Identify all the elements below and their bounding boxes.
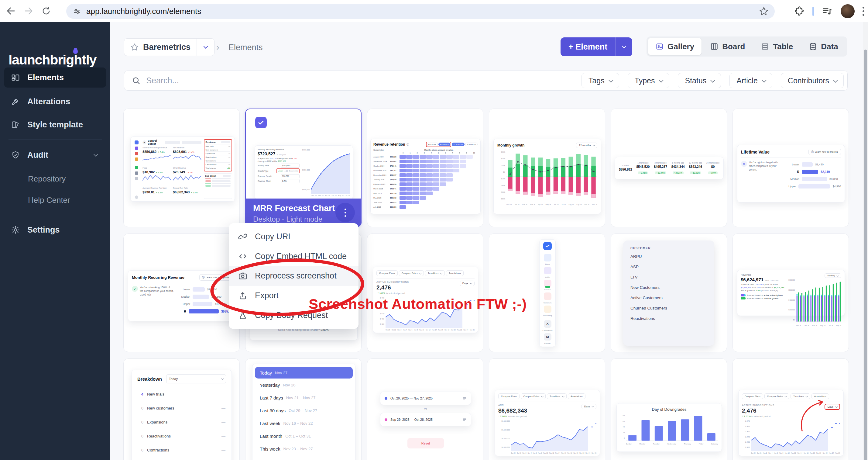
element-card-breakdown[interactable]: Breakdown Today 4New trials 0New custome… — [123, 358, 240, 460]
tab-data[interactable]: Data — [802, 38, 845, 55]
growth-range-select[interactable]: 12 months — [576, 143, 597, 148]
primary-range-pill[interactable]: Oct 29, 2025 — Nov 27, 2025 — [380, 392, 471, 405]
extensions-icon[interactable] — [794, 6, 805, 17]
sidebar-item-repository[interactable]: Repository — [28, 174, 66, 184]
element-card-active-subscriptions-annotated[interactable]: Compare Plans Compare Dates Trendlines A… — [733, 358, 849, 460]
secondary-range-pill[interactable]: Sep 29, 2025 — Oct 28, 2025 — [380, 413, 471, 426]
new-element-dropdown[interactable] — [615, 37, 632, 56]
page-scrollbar[interactable] — [863, 22, 868, 460]
browser-reload-button[interactable] — [39, 4, 53, 18]
date-option-today[interactable]: TodayNov 27 — [255, 367, 353, 378]
bookmark-star-icon[interactable] — [759, 6, 769, 16]
element-card-lifetime-value[interactable]: Lifetime Value ⓘLearn how to improve ⚖ Y… — [733, 109, 849, 227]
retention-range[interactable]: 24 MONTHS — [465, 143, 477, 146]
breakdown-row[interactable]: 0Contractions— — [135, 443, 228, 457]
browser-menu-icon[interactable] — [863, 7, 864, 16]
compare-plans-button[interactable]: Compare Plans — [498, 394, 520, 399]
element-card-day-of-downgrades[interactable]: Day of Downgrades 806040200 SundayMonday… — [611, 358, 727, 460]
date-option[interactable]: Last 7 daysNov 21 – Nov 27 — [255, 391, 353, 404]
nav-tile-customers[interactable] — [544, 292, 551, 300]
tab-table[interactable]: Table — [753, 38, 800, 55]
element-card-date-picker[interactable]: TodayNov 27 YesterdayNov 26 Last 7 daysN… — [245, 358, 362, 460]
element-card-compare-dates[interactable]: Oct 29, 2025 — Nov 27, 2025 vs Sep 29, 2… — [367, 358, 484, 460]
retention-toggle[interactable]: RELATIVE — [427, 143, 438, 146]
browser-back-button[interactable] — [4, 4, 18, 18]
sidebar-item-settings[interactable]: Settings — [4, 220, 106, 240]
element-card-control-center[interactable]: R Control Center Monthly Recurring Reven… — [123, 109, 240, 227]
filter-pill[interactable]: Status — [678, 73, 721, 88]
sidebar-item-elements[interactable]: Elements — [4, 67, 106, 88]
customer-menu-item[interactable]: Reactivations — [630, 316, 707, 321]
date-option[interactable]: Last 30 daysOct 29 – Nov 27 — [255, 404, 353, 417]
menu-item-copy-embed[interactable]: Copy Embed HTML code — [229, 247, 359, 266]
date-option[interactable]: Last monthOct 1 – Oct 31 — [255, 430, 353, 442]
nav-tile-forecasting[interactable] — [544, 306, 551, 313]
nav-tile-metrics[interactable] — [544, 267, 551, 274]
breakdown-row[interactable]: 0New customers— — [135, 401, 228, 415]
element-card-arr[interactable]: Compare Plans Compare Dates Trendlines A… — [489, 358, 605, 460]
sidebar-item-style-template[interactable]: Style template — [4, 115, 106, 135]
nav-tile-revenue[interactable] — [544, 280, 551, 287]
customer-menu-item[interactable]: LTV — [630, 275, 707, 279]
customer-menu-item[interactable]: ASP — [630, 264, 707, 269]
breakdown-row[interactable]: 0Reactivations— — [135, 429, 228, 443]
annotations-button[interactable]: Annotations — [446, 270, 464, 276]
filter-pill[interactable]: Tags — [582, 73, 619, 88]
date-option[interactable]: This weekNov 23 – Nov 27 — [255, 442, 353, 455]
filter-pill[interactable]: Types — [628, 73, 670, 88]
filter-pill[interactable]: Article — [730, 73, 772, 88]
compare-plans-button[interactable]: Compare Plans — [742, 394, 763, 399]
tab-board[interactable]: Board — [703, 38, 752, 55]
workspace-switcher[interactable]: Baremetrics — [124, 38, 215, 56]
breakdown-row[interactable]: 0Cancellations— — [135, 457, 228, 460]
days-select[interactable]: Days — [460, 281, 474, 286]
new-element-button[interactable]: + Element — [561, 37, 632, 56]
tab-gallery[interactable]: Gallery — [648, 38, 702, 55]
sidebar-item-alterations[interactable]: Alterations — [4, 91, 106, 112]
customer-menu-item[interactable]: Churned Customers — [630, 306, 707, 310]
trendlines-button[interactable]: Trendlines — [425, 270, 445, 276]
card-checkbox[interactable] — [255, 117, 267, 128]
breakdown-row[interactable]: 0Expansions— — [135, 415, 228, 429]
element-card-monthly-growth[interactable]: Monthly growth 12 months $60k$40k$20k$0-… — [489, 109, 605, 227]
media-controls-icon[interactable] — [822, 6, 833, 17]
element-card-active-subscriptions[interactable]: Compare Plans Compare Dates Trendlines A… — [367, 233, 484, 352]
sidebar-item-help-center[interactable]: Help Center — [28, 196, 70, 205]
trendlines-button[interactable]: Trendlines — [547, 394, 567, 399]
retention-range[interactable]: 12 MONTHS — [452, 143, 464, 146]
element-card-mrr-history[interactable]: Current$556,862 1 month ago$543,520+ 2.4… — [611, 109, 727, 227]
annotations-button[interactable]: Annotations — [568, 394, 585, 399]
scrollbar-thumb[interactable] — [864, 50, 867, 460]
menu-item-copy-url[interactable]: Copy URL — [229, 227, 359, 247]
reset-button[interactable]: Reset — [407, 438, 444, 449]
breakdown-period-select[interactable]: Today — [166, 374, 226, 383]
customer-menu-item[interactable]: Active Customers — [630, 295, 707, 300]
element-card-revenue-forecast[interactable]: Revenue $6,624,971 Next 12 months “Over … — [733, 233, 849, 352]
breakdown-row[interactable]: 4New trials — [135, 387, 228, 401]
customer-menu-item[interactable]: ARPU — [630, 254, 707, 259]
retention-toggle[interactable]: ABSOLUTE — [438, 143, 450, 146]
menu-item-reprocess-screenshot[interactable]: Reprocess screenshot — [229, 266, 359, 286]
card-more-button[interactable] — [335, 203, 355, 222]
compare-plans-button[interactable]: Compare Plans — [376, 270, 398, 276]
compare-dates-button[interactable]: Compare Dates — [765, 394, 789, 399]
date-option[interactable]: This monthNov 1 – Nov 27 — [255, 455, 353, 460]
customer-menu-item[interactable]: New Customers — [630, 285, 707, 290]
sidebar-item-audit[interactable]: Audit — [4, 145, 106, 165]
learn-how-button[interactable]: ⓘLearn how to improve — [808, 149, 841, 155]
address-bar[interactable]: app.launchbrightly.com/elements — [66, 4, 775, 19]
date-option[interactable]: Last weekNov 16 – Nov 22 — [255, 417, 353, 430]
days-select-annotated[interactable]: Days — [825, 404, 840, 410]
nav-tile-recover[interactable]: M — [544, 333, 551, 341]
compare-dates-button[interactable]: Compare Dates — [399, 270, 424, 276]
nav-tile-home[interactable] — [544, 254, 551, 261]
app-logo[interactable]: launchbrightly — [8, 52, 96, 68]
element-card-mrr-forecast[interactable]: Monthly Recurring Revenue $723,527 In on… — [245, 109, 362, 227]
nav-tile-cancellations[interactable]: ✕ — [544, 320, 551, 327]
element-card-customer-menu[interactable]: CUSTOMER ARPUASPLTVNew CustomersActive C… — [611, 233, 727, 352]
date-option[interactable]: YesterdayNov 26 — [255, 378, 353, 391]
element-card-nav-sidebar[interactable]: Home Metrics Revenue Customers Forecasti… — [489, 233, 605, 352]
browser-profile-avatar[interactable] — [841, 4, 855, 18]
compare-dates-button[interactable]: Compare Dates — [521, 394, 546, 399]
learn-how-button[interactable]: ⓘLearn how to improve — [199, 274, 232, 281]
